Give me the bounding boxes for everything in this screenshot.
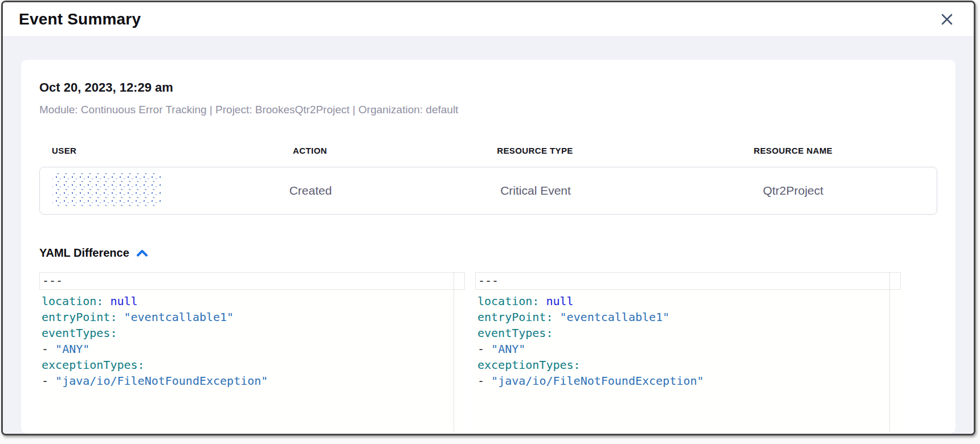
column-header-user: USER [39, 146, 199, 155]
yaml-code-line: --- [475, 272, 901, 290]
yaml-code-line: entryPoint: "eventcallable1" [39, 309, 465, 325]
table-header: USER ACTION RESOURCE TYPE RESOURCE NAME [39, 146, 937, 155]
yaml-code-line: - "ANY" [475, 341, 901, 357]
yaml-code-line: entryPoint: "eventcallable1" [475, 309, 901, 325]
action-cell: Created [199, 184, 422, 198]
event-summary-modal: Event Summary Oct 20, 2023, 12:29 am Mod… [1, 1, 975, 435]
yaml-diff-container: ---location: nullentryPoint: "eventcalla… [39, 272, 901, 431]
modal-header: Event Summary [3, 2, 974, 37]
resource-type-cell: Critical Event [422, 184, 650, 198]
redacted-user-avatar [52, 173, 161, 208]
close-icon [940, 13, 954, 26]
panel-scrollbar-track[interactable] [889, 272, 890, 431]
yaml-code-line: - "ANY" [39, 341, 465, 357]
user-cell [40, 173, 199, 208]
yaml-code-left: ---location: nullentryPoint: "eventcalla… [39, 272, 465, 389]
column-header-action: ACTION [199, 146, 421, 155]
panel-scrollbar-track[interactable] [454, 272, 454, 431]
close-button[interactable] [937, 10, 957, 29]
yaml-code-line: location: null [39, 293, 465, 309]
event-date: Oct 20, 2023, 12:29 am [39, 80, 937, 95]
yaml-code-line: eventTypes: [39, 325, 465, 341]
yaml-difference-toggle[interactable]: YAML Difference [39, 246, 148, 260]
yaml-diff-panel-left[interactable]: ---location: nullentryPoint: "eventcalla… [39, 272, 465, 431]
yaml-code-line: location: null [475, 293, 901, 309]
yaml-difference-label: YAML Difference [39, 246, 129, 260]
yaml-diff-panel-right[interactable]: ---location: nullentryPoint: "eventcalla… [475, 272, 901, 431]
yaml-code-line: exceptionTypes: [39, 357, 465, 373]
yaml-code-line: - "java/io/FileNotFoundException" [475, 373, 901, 389]
yaml-code-line: exceptionTypes: [475, 357, 901, 373]
column-header-resource-type: RESOURCE TYPE [421, 146, 649, 155]
column-header-resource-name: RESOURCE NAME [649, 146, 937, 155]
page-title: Event Summary [19, 10, 141, 28]
resource-name-cell: Qtr2Project [650, 184, 937, 198]
yaml-code-line: --- [39, 272, 465, 290]
event-card: Oct 20, 2023, 12:29 am Module: Continuou… [21, 60, 956, 434]
modal-body: Oct 20, 2023, 12:29 am Module: Continuou… [3, 37, 974, 434]
yaml-code-right: ---location: nullentryPoint: "eventcalla… [475, 272, 901, 389]
chevron-up-icon [136, 249, 148, 257]
event-meta: Module: Continuous Error Tracking | Proj… [39, 104, 937, 116]
yaml-code-line: - "java/io/FileNotFoundException" [39, 373, 465, 389]
table-row: Created Critical Event Qtr2Project [39, 167, 937, 215]
yaml-code-line: eventTypes: [475, 325, 901, 341]
